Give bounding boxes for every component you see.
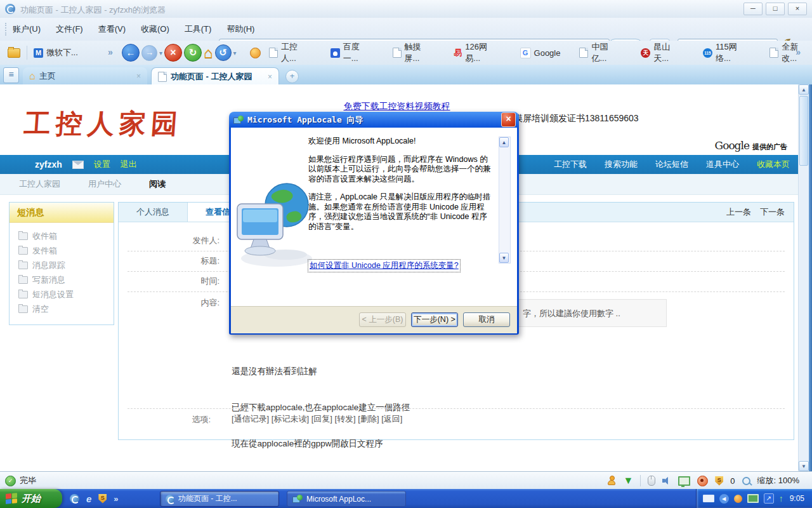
security-quicklaunch-icon[interactable] bbox=[98, 494, 107, 504]
nav-link-bookmark[interactable]: 收藏本页 bbox=[757, 159, 790, 170]
sidebar-item-inbox[interactable]: 收件箱 bbox=[18, 229, 114, 243]
favorite-item[interactable]: 全新改... bbox=[769, 41, 812, 64]
refresh-button[interactable]: ↻ bbox=[184, 44, 202, 62]
home-button[interactable]: ⌂ bbox=[204, 44, 213, 61]
menu-account[interactable]: 账户(U) bbox=[13, 23, 41, 35]
site-logo[interactable]: 工控人家园 bbox=[23, 106, 184, 142]
tab-personal-message[interactable]: 个人消息 bbox=[119, 203, 188, 222]
close-button[interactable]: × bbox=[788, 3, 807, 15]
ie-quicklaunch-icon[interactable]: e bbox=[86, 493, 91, 504]
favorite-item[interactable]: 易126网易... bbox=[454, 41, 501, 64]
taskbar-task-browser[interactable]: 功能页面 - 工控... bbox=[160, 491, 279, 507]
sidebar-item-outbox[interactable]: 发件箱 bbox=[18, 243, 114, 258]
keyboard-icon[interactable] bbox=[703, 495, 714, 502]
taskbar-task-applocale[interactable]: Microsoft AppLoc... bbox=[287, 491, 406, 507]
speaker-icon[interactable] bbox=[662, 477, 671, 485]
nav-link-download[interactable]: 工控下载 bbox=[554, 159, 587, 170]
history-dropdown-icon[interactable]: ▾ bbox=[159, 50, 162, 57]
tab-list-button[interactable]: ≡ bbox=[3, 67, 19, 83]
scroll-up-icon[interactable]: ▲ bbox=[799, 84, 809, 95]
overflow-chevron-icon[interactable]: » bbox=[108, 47, 113, 57]
nav-link-props[interactable]: 道具中心 bbox=[706, 159, 739, 170]
zoom-icon[interactable] bbox=[742, 477, 750, 485]
back-button[interactable]: < 上一步(B) bbox=[359, 312, 406, 327]
favorite-item[interactable]: 工控人... bbox=[269, 41, 311, 64]
scroll-up-icon[interactable]: ▲ bbox=[499, 137, 509, 147]
username[interactable]: zyfzxh bbox=[35, 159, 62, 170]
favorite-item[interactable]: 天昆山天... bbox=[641, 41, 684, 64]
tray-update-icon[interactable]: ↑ bbox=[779, 493, 783, 504]
menu-favorites[interactable]: 收藏(O) bbox=[141, 23, 169, 35]
mail-icon[interactable] bbox=[72, 161, 84, 169]
dialog-scrollbar[interactable]: ▲ ▼ bbox=[499, 137, 511, 264]
back-button[interactable]: ← bbox=[122, 44, 140, 62]
favorite-item[interactable]: 115115网络... bbox=[703, 41, 750, 64]
microsoft-icon: M bbox=[34, 48, 43, 58]
eye-protect-icon[interactable] bbox=[697, 476, 708, 486]
favorite-item[interactable]: 中国亿... bbox=[579, 41, 622, 64]
scroll-down-icon[interactable]: ▼ bbox=[499, 253, 509, 263]
download-icon[interactable]: ▼ bbox=[623, 476, 633, 486]
next-message-link[interactable]: 下一条 bbox=[760, 206, 785, 218]
tab-close-icon[interactable]: × bbox=[136, 72, 141, 81]
scroll-down-icon[interactable]: ▼ bbox=[799, 461, 809, 471]
tab-home[interactable]: ⌂ 主页 × bbox=[23, 67, 147, 84]
stop-button[interactable]: × bbox=[164, 44, 182, 62]
tray-eject-icon[interactable]: ↗ bbox=[764, 493, 774, 504]
minimize-button[interactable]: ─ bbox=[743, 3, 763, 15]
start-label: 开始 bbox=[22, 493, 41, 505]
menu-help[interactable]: 帮助(H) bbox=[226, 23, 254, 35]
sitenav-home[interactable]: 工控人家园 bbox=[19, 178, 60, 190]
cancel-button[interactable]: 取消 bbox=[463, 312, 510, 327]
mouse-gesture-icon[interactable] bbox=[648, 476, 655, 486]
tray-chevron-icon[interactable]: ◀ bbox=[719, 494, 729, 504]
forward-button[interactable]: → bbox=[141, 45, 157, 61]
sitenav-read[interactable]: 阅读 bbox=[149, 178, 166, 190]
coin-icon[interactable] bbox=[250, 48, 261, 58]
favorite-item[interactable]: GGoogle bbox=[520, 48, 561, 58]
user-status-icon[interactable] bbox=[607, 476, 616, 486]
unicode-help-link[interactable]: 如何设置非 Unicode 应用程序的系统变量? bbox=[308, 260, 460, 272]
sitenav-usercenter[interactable]: 用户中心 bbox=[88, 178, 121, 190]
sidebar-item-clear[interactable]: 清空 bbox=[18, 302, 114, 316]
nav-link-search[interactable]: 搜索功能 bbox=[605, 159, 638, 170]
screenshot-icon[interactable] bbox=[678, 476, 690, 486]
menu-file[interactable]: 文件(F) bbox=[56, 23, 83, 35]
nav-link-message[interactable]: 论坛短信 bbox=[655, 159, 688, 170]
start-button[interactable]: 开始 bbox=[0, 489, 62, 508]
favorite-item[interactable]: 百度一... bbox=[331, 41, 374, 64]
logout-link[interactable]: 退出 bbox=[121, 159, 137, 170]
status-bar: ✓ 完毕 ▼ 0 缩放: 100% bbox=[0, 471, 812, 490]
message-options[interactable]: [通信记录] [标记未读] [回复] [转发] [删除] [返回] bbox=[232, 410, 402, 429]
favorite-item[interactable]: M 微软下... bbox=[34, 47, 78, 58]
sidebar-item-track[interactable]: 消息跟踪 bbox=[18, 258, 114, 272]
next-button[interactable]: 下一步(N) > bbox=[411, 312, 458, 327]
quicklaunch-chevron-icon[interactable]: » bbox=[114, 494, 118, 504]
tab-close-icon[interactable]: × bbox=[268, 72, 272, 81]
browser-quicklaunch-icon[interactable] bbox=[70, 494, 79, 504]
menu-tools[interactable]: 工具(T) bbox=[185, 23, 212, 35]
prev-message-link[interactable]: 上一条 bbox=[726, 206, 751, 218]
security-shield-icon[interactable] bbox=[715, 476, 723, 486]
new-tab-button[interactable]: + bbox=[285, 70, 299, 83]
scrollbar-thumb[interactable] bbox=[799, 96, 808, 166]
favorites-folder-icon[interactable] bbox=[8, 48, 20, 58]
favorites-toolbar: M 微软下... » ← → ▾ × ↻ ⌂ ↺ ▾ 工控人... 百度一...… bbox=[0, 41, 812, 65]
zoom-level[interactable]: 缩放: 100% bbox=[757, 475, 799, 486]
sidebar-item-compose[interactable]: 写新消息 bbox=[18, 272, 114, 287]
maximize-button[interactable]: □ bbox=[766, 3, 785, 15]
tab-active[interactable]: 功能页面 - 工控人家园 × bbox=[151, 67, 279, 85]
menu-view[interactable]: 查看(V) bbox=[98, 23, 126, 35]
undo-close-button[interactable]: ↺ bbox=[215, 44, 232, 61]
page-scrollbar[interactable]: ▲ ▼ bbox=[798, 84, 809, 471]
favorite-item[interactable]: 触摸屏... bbox=[393, 41, 435, 64]
tray-orange-icon[interactable] bbox=[734, 495, 742, 503]
sidebar-item-settings[interactable]: 短消息设置 bbox=[18, 287, 114, 302]
tray-clock[interactable]: 9:05 bbox=[790, 494, 804, 503]
dialog-titlebar[interactable]: Microsoft AppLocale 向导 × bbox=[231, 112, 517, 128]
settings-link[interactable]: 设置 bbox=[94, 159, 110, 170]
overflow-chevron-icon[interactable]: » bbox=[796, 47, 801, 57]
undo-dropdown-icon[interactable]: ▾ bbox=[233, 50, 237, 57]
dialog-close-button[interactable]: × bbox=[501, 112, 516, 127]
tray-monitor-icon[interactable] bbox=[747, 494, 759, 503]
